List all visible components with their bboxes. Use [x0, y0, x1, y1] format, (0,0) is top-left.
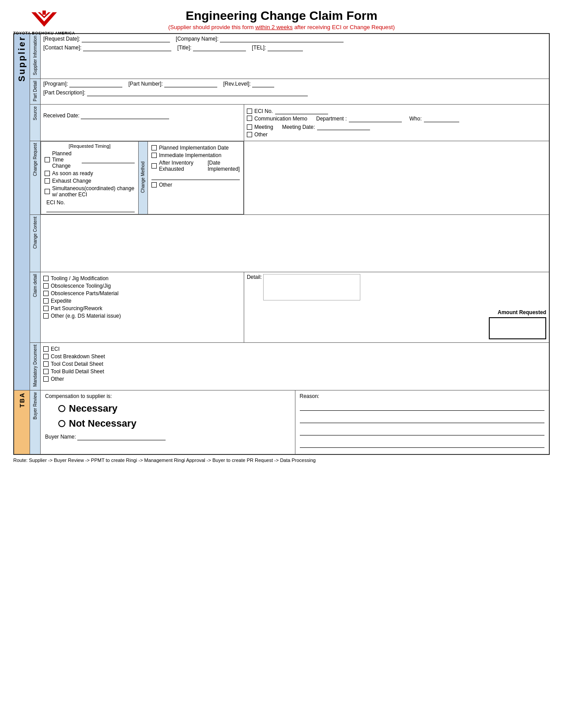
meeting-date-field[interactable] — [317, 124, 370, 130]
tool-cost-label: Tool Cost Detail Sheet — [51, 361, 103, 367]
department-field[interactable] — [349, 116, 402, 122]
change-content-area[interactable] — [41, 215, 550, 272]
eci-no-checkbox[interactable] — [247, 109, 252, 114]
logo-area: TOYOTA BOSHOKU AMERICA — [13, 9, 75, 35]
as-soon-checkbox[interactable] — [45, 171, 50, 176]
date-implemented-field[interactable] — [151, 173, 240, 180]
part-detail-row: Part Detail [Program]: [Part Number]: [R… — [14, 79, 549, 105]
buyer-review-content: Compensation to supplier is: Necessary N… — [41, 390, 550, 454]
buyer-name-label: Buyer Name: — [45, 434, 76, 440]
meeting-date-label: Meeting Date: — [282, 124, 315, 130]
part-detail-content: [Program]: [Part Number]: [Rev.Level]: [… — [41, 79, 550, 105]
mandatory-doc-label: Mandatory Document — [30, 343, 41, 390]
simultaneous-checkbox[interactable] — [45, 189, 50, 194]
source-left-content: Received Date: — [41, 105, 244, 141]
cr-eci-no-label: ECI No. — [46, 199, 65, 206]
tool-build-checkbox[interactable] — [43, 369, 49, 374]
contact-name-field[interactable] — [83, 45, 171, 51]
buyer-right-panel: Reason: — [295, 390, 549, 454]
other-doc-checkbox[interactable] — [43, 376, 49, 382]
detail-box[interactable] — [263, 274, 360, 300]
other-source-label: Other — [254, 131, 268, 138]
logo-icon — [26, 9, 62, 31]
company-name-label: [Company Name]: — [176, 36, 219, 42]
expedite-checkbox[interactable] — [43, 298, 49, 304]
immediate-impl-checkbox[interactable] — [151, 153, 157, 158]
request-date-field[interactable] — [82, 36, 170, 42]
simultaneous-label: Simultaneous(coordinated) change w/ anot… — [52, 185, 135, 198]
who-field[interactable] — [424, 116, 459, 122]
title-field[interactable] — [193, 45, 246, 51]
other-method-label: Other — [159, 182, 172, 188]
reason-line-1[interactable] — [300, 402, 545, 411]
part-description-field[interactable] — [87, 90, 308, 96]
subtitle-underline: within 2 weeks — [255, 24, 293, 30]
tel-field[interactable] — [268, 45, 303, 51]
source-row: Source Received Date: ECI No. — [14, 105, 549, 141]
rev-level-label: [Rev.Level]: — [223, 81, 250, 87]
page-header: TOYOTA BOSHOKU AMERICA Engineering Chang… — [13, 9, 550, 30]
other-claim-label: Other (e.g. DS Material issue) — [51, 313, 121, 319]
eci-doc-checkbox[interactable] — [43, 346, 49, 352]
other-claim-checkbox[interactable] — [43, 313, 49, 319]
part-sourcing-checkbox[interactable] — [43, 306, 49, 311]
supplier-info-content: [Request Date]: [Company Name]: [Contact… — [41, 34, 550, 79]
change-request-label: Change Request — [30, 141, 41, 215]
program-field[interactable] — [69, 81, 122, 87]
other-source-checkbox[interactable] — [247, 132, 252, 137]
immediate-impl-label: Immediate Implementation — [159, 152, 221, 158]
eci-no-field[interactable] — [275, 108, 328, 114]
reason-line-4[interactable] — [300, 439, 545, 448]
necessary-radio[interactable] — [58, 405, 65, 412]
buyer-name-field[interactable] — [77, 434, 166, 440]
part-number-field[interactable] — [164, 81, 217, 87]
planned-time-change-checkbox[interactable] — [45, 157, 50, 162]
contact-name-label: [Contact Name]: — [43, 45, 82, 51]
request-date-label: [Request Date]: — [43, 36, 80, 42]
obs-parts-checkbox[interactable] — [43, 291, 49, 296]
date-implemented-label: [Date Implemented] — [208, 160, 240, 172]
rev-level-field[interactable] — [252, 81, 274, 87]
comm-memo-checkbox[interactable] — [247, 116, 252, 121]
planned-time-change-field[interactable] — [82, 157, 135, 163]
change-request-content: [Requested Timing] Planned Time Change A… — [41, 141, 244, 215]
planned-time-change-label: Planned Time Change — [52, 150, 79, 169]
main-form-table: Supplier Supplier Information [Request D… — [13, 33, 550, 455]
eci-no-label: ECI No. — [254, 108, 273, 114]
mandatory-doc-row: Mandatory Document ECI Cost Breakdown Sh… — [14, 343, 549, 390]
tooling-jig-checkbox[interactable] — [43, 276, 49, 281]
planned-impl-label: Planned Implementation Date — [159, 145, 229, 151]
reason-line-2[interactable] — [300, 414, 545, 423]
tooling-jig-label: Tooling / Jig Modification — [51, 275, 109, 281]
tool-cost-checkbox[interactable] — [43, 361, 49, 367]
cr-eci-no-field[interactable] — [46, 206, 135, 212]
who-label: Who: — [409, 116, 422, 122]
reason-line-3[interactable] — [300, 427, 545, 435]
change-content-label: Change Content — [30, 215, 41, 272]
supplier-big-label: Supplier — [14, 34, 30, 390]
cost-breakdown-checkbox[interactable] — [43, 354, 49, 359]
not-necessary-radio[interactable] — [58, 420, 65, 427]
meeting-checkbox[interactable] — [247, 124, 252, 130]
exhaust-checkbox[interactable] — [45, 178, 50, 184]
buyer-review-label: Buyer Review — [30, 390, 41, 454]
other-method-checkbox[interactable] — [151, 182, 157, 188]
after-inventory-checkbox[interactable] — [151, 163, 157, 169]
received-date-field[interactable] — [81, 113, 169, 119]
svg-rect-2 — [42, 11, 46, 15]
mandatory-doc-content: ECI Cost Breakdown Sheet Tool Cost Detai… — [41, 343, 550, 390]
tool-build-label: Tool Build Detail Sheet — [51, 368, 104, 375]
comm-memo-label: Communication Memo — [254, 116, 307, 122]
obs-tooling-checkbox[interactable] — [43, 283, 49, 289]
company-name-field[interactable] — [220, 36, 344, 42]
department-label: Department : — [316, 116, 347, 122]
planned-impl-checkbox[interactable] — [151, 145, 157, 150]
amount-requested-field[interactable] — [489, 317, 546, 339]
change-request-row: Change Request [Requested Timing] Planne… — [14, 141, 549, 215]
claim-detail-right: Detail: Amount Requested — [244, 272, 549, 343]
part-number-label: [Part Number]: — [128, 81, 163, 87]
change-method-mid-label: Change Method — [139, 142, 148, 214]
tel-label: [TEL]: — [252, 45, 266, 51]
buyer-left-panel: Compensation to supplier is: Necessary N… — [41, 390, 295, 454]
obs-parts-label: Obsolescence Parts/Material — [51, 290, 118, 296]
